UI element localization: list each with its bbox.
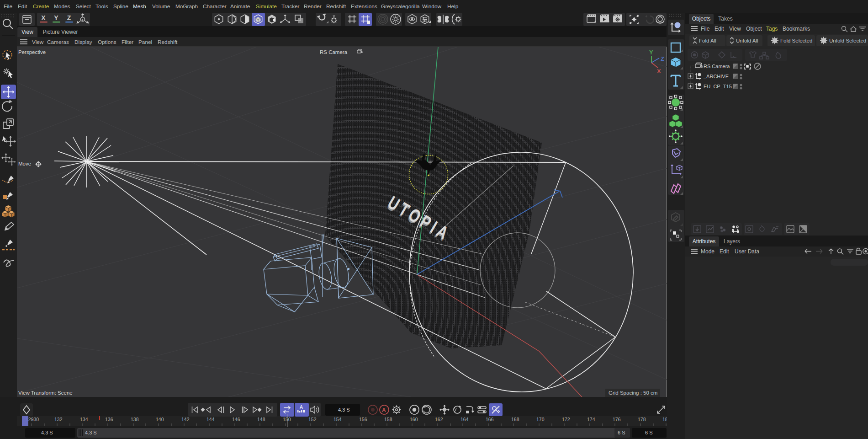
svg-text:A: A — [382, 407, 386, 413]
svg-text:4.3 S: 4.3 S — [338, 407, 350, 412]
svg-text:Fold All: Fold All — [699, 38, 716, 43]
svg-text:154: 154 — [333, 417, 342, 422]
svg-text:176: 176 — [613, 417, 621, 422]
svg-text:142: 142 — [181, 417, 190, 422]
svg-text:Y: Y — [54, 14, 58, 21]
svg-text:174: 174 — [587, 417, 595, 422]
svg-text:Z: Z — [661, 55, 664, 62]
svg-text:170: 170 — [536, 417, 545, 422]
svg-text:150: 150 — [283, 417, 291, 422]
svg-text:4.3 S: 4.3 S — [41, 430, 53, 435]
svg-text:Unfold All: Unfold All — [736, 38, 758, 43]
svg-text:Y: Y — [649, 49, 653, 56]
svg-text:138: 138 — [131, 417, 139, 422]
svg-text:146: 146 — [232, 417, 240, 422]
svg-text:6 S: 6 S — [645, 430, 653, 435]
svg-text:140: 140 — [156, 417, 164, 422]
svg-text:172: 172 — [562, 417, 570, 422]
svg-text:EU_CP_T15: EU_CP_T15 — [704, 84, 732, 89]
svg-text:RS Camera: RS Camera — [704, 64, 730, 69]
svg-text:Z: Z — [67, 14, 71, 21]
svg-text:134: 134 — [80, 417, 88, 422]
svg-text:144: 144 — [206, 417, 215, 422]
svg-text:6 S: 6 S — [618, 430, 625, 435]
svg-text:_ARCHIVE: _ARCHIVE — [703, 74, 729, 79]
svg-text:Fold Selected: Fold Selected — [780, 38, 812, 43]
svg-text:X: X — [657, 68, 661, 75]
svg-text:Unfold Selected: Unfold Selected — [829, 38, 866, 43]
svg-text:168: 168 — [511, 417, 519, 422]
svg-text:178: 178 — [638, 417, 646, 422]
svg-text:132: 132 — [54, 417, 63, 422]
svg-text:160: 160 — [410, 417, 418, 422]
svg-text:136: 136 — [105, 417, 113, 422]
svg-text:162: 162 — [435, 417, 443, 422]
svg-text:A: A — [300, 404, 303, 410]
svg-text:158: 158 — [384, 417, 392, 422]
svg-text:152: 152 — [308, 417, 317, 422]
svg-text:4.3 S: 4.3 S — [85, 430, 97, 435]
svg-text:X: X — [41, 14, 46, 21]
svg-text:148: 148 — [257, 417, 265, 422]
svg-text:164: 164 — [460, 417, 469, 422]
svg-text:180: 180 — [662, 417, 667, 422]
svg-text:166: 166 — [486, 417, 494, 422]
svg-text:156: 156 — [359, 417, 367, 422]
